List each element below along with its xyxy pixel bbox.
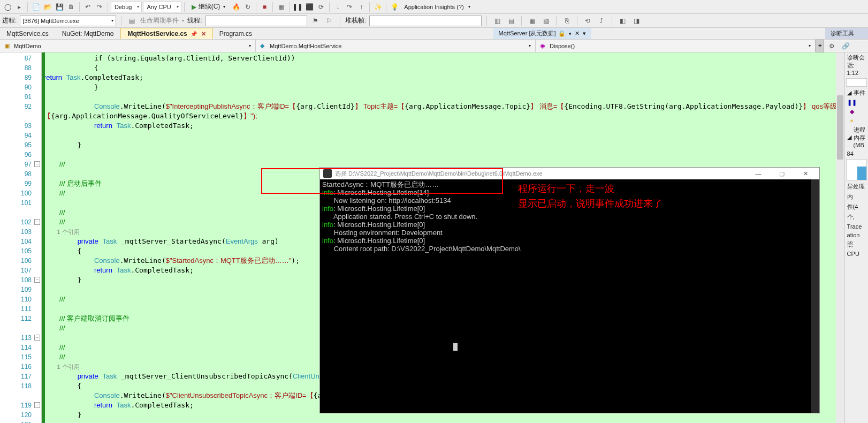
diag-toolbar: ⚙ 🔗 — [824, 41, 868, 51]
bulb-icon[interactable]: 💡 — [389, 2, 400, 12]
wand-icon[interactable]: ✨ — [372, 2, 383, 12]
hot-reload-icon[interactable]: 🔥 — [231, 2, 241, 12]
continue-button[interactable]: ▶继续(C)▾ — [187, 1, 230, 13]
lifecycle-label: 生命周期事件 — [140, 16, 179, 25]
diag-memory-row[interactable]: ◢进程内存 (MB — [845, 125, 868, 149]
step-out-icon[interactable]: ↑ — [356, 2, 367, 12]
pause-icon[interactable]: ❚❚ — [292, 2, 303, 12]
step-into-icon[interactable]: ↓ — [332, 2, 343, 12]
pause-diag-icon[interactable]: ❚❚ — [847, 99, 857, 106]
annotation-text-2: 显示已启动，说明事件成功进来了 — [518, 197, 663, 210]
scrollbar-thumb[interactable] — [837, 95, 843, 160]
tool-i-icon[interactable]: ◨ — [631, 16, 642, 26]
method-icon: ◉ — [540, 42, 547, 50]
class-icon: ◆ — [260, 42, 268, 50]
line-gutter: 8788899091929394959697−9899100101102−103… — [0, 52, 42, 423]
tool-b-icon[interactable]: ▤ — [506, 16, 516, 26]
diag-memory-chart[interactable] — [846, 159, 867, 180]
redo-icon[interactable]: ↷ — [94, 2, 105, 12]
split-handle[interactable]: ✚ — [816, 40, 824, 52]
tab-nuget[interactable]: NuGet: MqttDemo — [56, 28, 121, 39]
lifecycle-icon[interactable]: ▤ — [126, 16, 137, 26]
thread-dropdown[interactable] — [205, 16, 307, 26]
tab-mqtthostservice[interactable]: MqttHostService.cs📌✕ — [120, 28, 212, 39]
flag1-icon[interactable]: ⚑ — [310, 16, 321, 26]
open-icon[interactable]: 📂 — [42, 2, 53, 12]
scrollbar-vertical[interactable] — [836, 52, 844, 423]
new-icon[interactable]: 📄 — [31, 2, 41, 12]
restart2-icon[interactable]: ⟳ — [316, 2, 326, 12]
nav-member[interactable]: ◉Dispose()▾ — [536, 40, 816, 52]
console-cursor — [453, 343, 458, 351]
diag-link-icon[interactable]: 🔗 — [840, 41, 851, 51]
annotation-box — [261, 168, 503, 194]
nav-fwd-icon[interactable]: ▸ — [14, 2, 25, 12]
main-toolbar: ◯ ▸ 📄 📂 💾 🗎 ↶ ↷ Debug Any CPU ▶继续(C)▾ 🔥 … — [0, 0, 868, 14]
pin-icon[interactable]: 📌 — [191, 31, 197, 37]
tool-f-icon[interactable]: ⟲ — [582, 16, 593, 26]
tool-h-icon[interactable]: ◧ — [617, 16, 628, 26]
marker-icon: ● — [847, 117, 857, 124]
continue-label: 继续(C) — [199, 2, 220, 11]
save-all-icon[interactable]: 🗎 — [66, 2, 77, 12]
stop-icon[interactable]: ■ — [259, 2, 270, 12]
lock-icon: 🔒 — [558, 30, 566, 36]
project-icon: ▣ — [4, 42, 12, 50]
diag-timeline[interactable] — [846, 78, 867, 87]
stop2-icon[interactable]: ⬛ — [304, 2, 315, 12]
tab-diagnostics[interactable]: 诊断工具 — [825, 28, 868, 39]
diagnostics-panel: 诊断会话: 1:12 ◢事件 ❚❚ ◆ ● ◢进程内存 (MB 84 异处理内件… — [844, 52, 868, 423]
debug-toolbar: 进程: [3876] MqttDemo.exe▾ ▤ 生命周期事件 ▾ 线程: … — [0, 14, 868, 28]
tool-e-icon[interactable]: ⎘ — [561, 16, 572, 26]
nav-namespace[interactable]: ▣MqttDemo▾ — [0, 40, 256, 52]
config-dropdown[interactable]: Debug — [111, 2, 142, 12]
process-label: 进程: — [2, 16, 17, 25]
diag-memory-value: 84 — [847, 150, 854, 157]
file-tab-bar: MqttService.cs NuGet: MqttDemo MqttHostS… — [0, 28, 868, 40]
diag-session-label: 诊断会话: 1:12 — [845, 52, 868, 77]
tab-mqttservice[interactable]: MqttService.cs — [0, 28, 56, 39]
nav-breadcrumb: ▣MqttDemo▾ ◆MqttDemo.MqttHostService▾ ◉D… — [0, 40, 868, 52]
nav-back-icon[interactable]: ◯ — [2, 2, 13, 12]
tab-program[interactable]: Program.cs — [213, 28, 259, 39]
console-scrollbar[interactable] — [811, 179, 819, 413]
restart-icon[interactable]: ↻ — [242, 2, 253, 12]
platform-dropdown[interactable]: Any CPU — [143, 2, 181, 12]
diag-gear-icon[interactable]: ⚙ — [826, 41, 837, 51]
stackframe-dropdown[interactable] — [369, 16, 482, 26]
tab-mqttserver-meta[interactable]: MqttServer [从元数据]🔒▾✕▾ — [493, 28, 591, 39]
diamond-icon: ◆ — [847, 108, 857, 115]
stackframe-label: 堆栈帧: — [345, 16, 366, 25]
step-over-icon[interactable]: ↷ — [344, 2, 355, 12]
tool-g-icon[interactable]: ⤴ — [596, 16, 607, 26]
layout-icon[interactable]: ▦ — [276, 2, 286, 12]
maximize-button[interactable]: ▢ — [771, 168, 793, 179]
save-icon[interactable]: 💾 — [54, 2, 65, 12]
thread-label: 线程: — [187, 16, 202, 25]
close-button[interactable]: ✕ — [795, 168, 816, 179]
process-dropdown[interactable]: [3876] MqttDemo.exe▾ — [20, 16, 116, 26]
play-icon: ▶ — [192, 3, 196, 11]
annotation-text-1: 程序运行一下，走一波 — [518, 182, 614, 195]
nav-class[interactable]: ◆MqttDemo.MqttHostService▾ — [256, 40, 536, 52]
undo-icon[interactable]: ↶ — [82, 2, 93, 12]
tool-d-icon[interactable]: ▧ — [540, 16, 551, 26]
app-insights-button[interactable]: Application Insights (?) — [401, 4, 467, 10]
close-icon[interactable]: ✕ — [201, 31, 206, 37]
minimize-button[interactable]: — — [748, 168, 769, 179]
flag2-icon[interactable]: ⚐ — [324, 16, 335, 26]
diag-events-row[interactable]: ◢事件 — [845, 88, 868, 98]
tool-a-icon[interactable]: ▥ — [492, 16, 502, 26]
tool-c-icon[interactable]: ▦ — [527, 16, 537, 26]
